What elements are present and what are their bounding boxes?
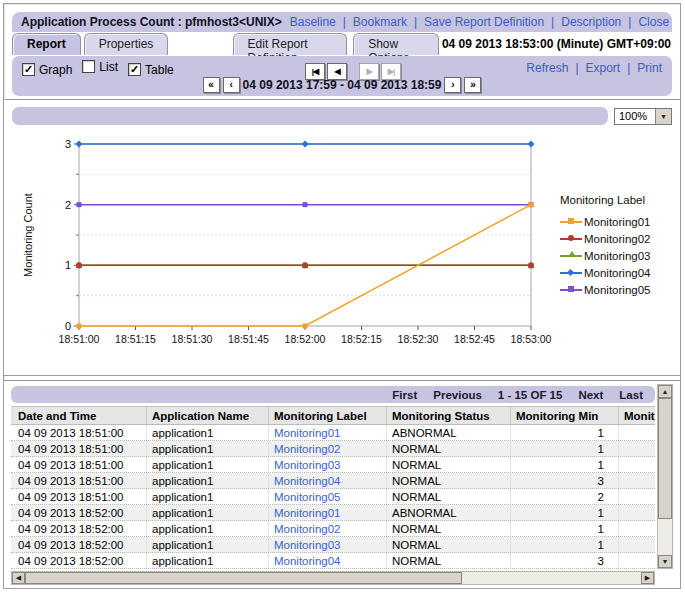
chart-legend: Monitoring Label Monitoring01Monitoring0… [560,194,682,298]
legend-item: Monitoring03 [560,247,682,264]
toggle-table[interactable]: ✓Table [128,63,174,77]
range-back-half-icon[interactable]: ‹ [223,77,240,93]
table-cell [619,521,655,536]
table-cell: 1 [511,457,619,472]
scroll-right-icon[interactable]: ▶ [641,572,654,584]
table-row: 04 09 2013 18:52:00application1Monitorin… [11,553,655,569]
table-cell [619,505,655,520]
monitoring-label-link[interactable]: Monitoring01 [269,505,387,520]
chevron-down-icon[interactable]: ▼ [655,109,671,124]
vertical-scrollbar[interactable]: ▲ ▼ [657,384,673,569]
table-cell: ABNORMAL [387,505,511,520]
column-header: Date and Time [11,407,147,424]
svg-text:18:52:00: 18:52:00 [285,333,326,345]
legend-title: Monitoring Label [560,194,682,206]
legend-swatch-icon [560,234,582,243]
monitoring-label-link[interactable]: Monitoring05 [269,489,387,504]
close-link[interactable]: Close [621,15,669,29]
table-cell: NORMAL [387,441,511,456]
tab-report[interactable]: Report [12,33,81,55]
svg-text:18:51:45: 18:51:45 [228,333,269,345]
range-forward-full-icon[interactable]: » [464,77,481,93]
show-options-button[interactable]: Show Options [353,33,439,55]
table-cell: application1 [147,473,269,488]
table-cell: 3 [511,553,619,568]
edit-report-definition-button[interactable]: Edit Report Definition [233,33,348,55]
table-cell: 1 [511,441,619,456]
report-timestamp: 04 09 2013 18:53:00 (Minute) GMT+09:00 [442,37,672,51]
print-link[interactable]: Print [620,61,662,75]
monitoring-label-link[interactable]: Monitoring01 [269,425,387,440]
save-report-definition-link[interactable]: Save Report Definition [407,15,544,29]
pager-next[interactable]: Next [578,389,603,401]
pager-range-label: 1 - 15 OF 15 [498,389,563,401]
checkbox-label: Graph [39,63,72,77]
pager-first[interactable]: First [392,389,417,401]
svg-text:3: 3 [65,138,71,150]
graph-checkbox[interactable]: ✓ [22,63,35,76]
monitoring-label-link[interactable]: Monitoring02 [269,441,387,456]
table-row: 04 09 2013 18:51:00application1Monitorin… [11,425,655,441]
pager-last[interactable]: Last [619,389,643,401]
svg-text:0: 0 [65,320,71,332]
table-cell [619,489,655,504]
horizontal-scrollbar[interactable]: ◀ ▶ [11,571,655,585]
table-row: 04 09 2013 18:51:00application1Monitorin… [11,457,655,473]
range-forward-half-icon[interactable]: › [444,77,461,93]
legend-item: Monitoring04 [560,264,682,281]
table-cell: NORMAL [387,457,511,472]
table-cell [619,425,655,440]
table-cell: 1 [511,537,619,552]
pagination-bar: First Previous 1 - 15 OF 15 Next Last [11,386,655,403]
legend-swatch-icon [560,268,582,277]
range-back-full-icon[interactable]: « [203,77,220,93]
column-header: Monitoring Status [387,407,511,424]
table-cell: application1 [147,505,269,520]
title-bar: Application Process Count : pfmhost3<UNI… [12,12,672,32]
scroll-up-icon[interactable]: ▲ [658,385,672,398]
monitoring-label-link[interactable]: Monitoring04 [269,553,387,568]
table-cell [619,441,655,456]
table-row: 04 09 2013 18:51:00application1Monitorin… [11,473,655,489]
monitoring-label-link[interactable]: Monitoring03 [269,537,387,552]
monitoring-label-link[interactable]: Monitoring03 [269,457,387,472]
monitoring-label-link[interactable]: Monitoring04 [269,473,387,488]
table-cell: 04 09 2013 18:52:00 [11,521,147,536]
chart-svg: 012318:51:0018:51:1518:51:3018:51:4518:5… [8,130,568,358]
legend-swatch-icon [560,217,582,226]
table-cell: application1 [147,457,269,472]
export-link[interactable]: Export [568,61,620,75]
zoom-select[interactable]: 100% ▼ [614,108,672,125]
toggle-list[interactable]: List [82,60,118,74]
table-cell: 04 09 2013 18:51:00 [11,441,147,456]
graph-panel: 100% ▼ 012318:51:0018:51:1518:51:3018:51… [4,99,680,376]
vertical-scrollbar-thumb[interactable] [658,398,672,519]
table-cell: 1 [511,521,619,536]
description-link[interactable]: Description [544,15,621,29]
horizontal-scrollbar-thumb[interactable] [25,572,462,584]
monitoring-label-link[interactable]: Monitoring02 [269,521,387,536]
refresh-link[interactable]: Refresh [526,61,568,75]
scroll-down-icon[interactable]: ▼ [658,555,672,568]
table-checkbox[interactable]: ✓ [128,63,141,76]
svg-text:18:52:15: 18:52:15 [341,333,382,345]
checkbox-label: Table [145,63,174,77]
table-cell: NORMAL [387,489,511,504]
table-row: 04 09 2013 18:52:00application1Monitorin… [11,505,655,521]
toggle-graph[interactable]: ✓Graph [22,63,72,77]
pager-previous[interactable]: Previous [433,389,482,401]
table-cell: NORMAL [387,553,511,568]
list-checkbox[interactable] [82,60,95,73]
table-cell: NORMAL [387,473,511,488]
scroll-left-icon[interactable]: ◀ [12,572,25,584]
baseline-link[interactable]: Baseline [290,15,336,29]
table-body: 04 09 2013 18:51:00application1Monitorin… [11,425,655,569]
table-cell [619,457,655,472]
table-cell: 04 09 2013 18:52:00 [11,553,147,568]
report-toolbar: ✓GraphList✓Table |◀ ◀ ▶ ▶| Refresh Expor… [12,56,672,96]
bookmark-link[interactable]: Bookmark [336,15,407,29]
tab-properties[interactable]: Properties [84,33,169,55]
table-cell: 1 [511,425,619,440]
column-header: Monitoring Label [269,407,387,424]
table-cell: application1 [147,425,269,440]
